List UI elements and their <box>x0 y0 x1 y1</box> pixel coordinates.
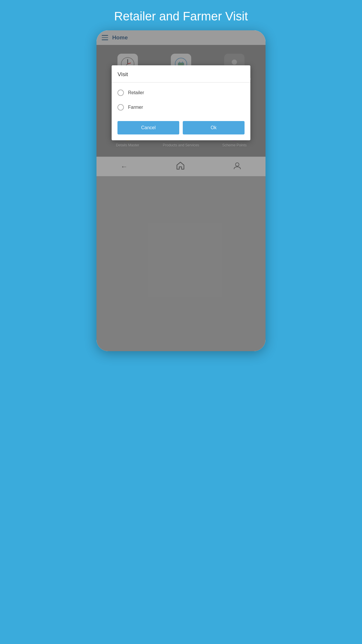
dialog-options: Retailer Farmer <box>112 83 250 118</box>
radio-retailer-circle[interactable] <box>117 90 124 96</box>
radio-option-farmer[interactable]: Farmer <box>117 100 245 115</box>
radio-farmer-circle[interactable] <box>117 104 124 111</box>
radio-farmer-label: Farmer <box>128 105 143 110</box>
radio-retailer-label: Retailer <box>128 90 144 95</box>
cancel-button[interactable]: Cancel <box>117 121 179 134</box>
phone-screen: Home Check In-Out <box>96 30 266 351</box>
ok-button[interactable]: Ok <box>183 121 245 134</box>
radio-option-retailer[interactable]: Retailer <box>117 85 245 100</box>
visit-dialog: Visit Retailer Farmer Cancel Ok <box>112 65 250 140</box>
page-title-header: Retailer and Farmer Visit <box>0 0 362 30</box>
phone-wrapper: Home Check In-Out <box>96 30 266 351</box>
dialog-title: Visit <box>112 65 250 82</box>
dialog-actions: Cancel Ok <box>112 118 250 140</box>
dialog-overlay: Visit Retailer Farmer Cancel Ok <box>96 30 266 351</box>
